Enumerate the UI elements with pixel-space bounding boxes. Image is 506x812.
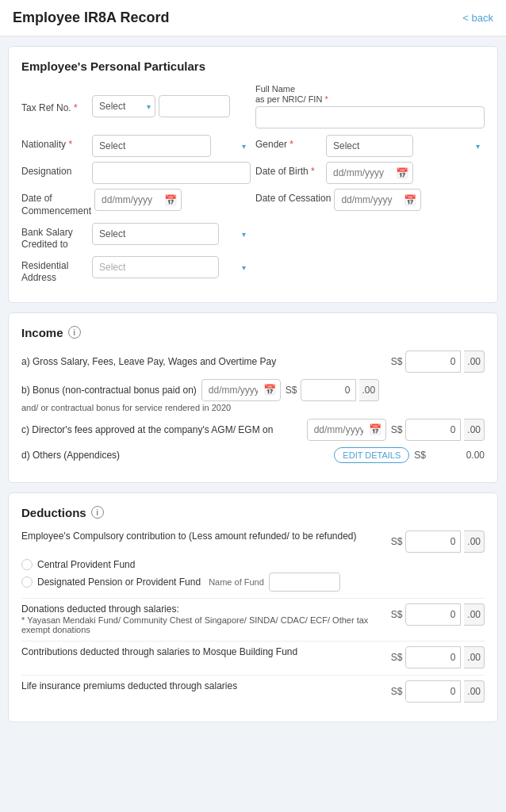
- cessation-date-wrapper: 📅: [334, 189, 421, 211]
- radio-cpf-btn[interactable]: [21, 559, 33, 570]
- bank-salary-select-wrapper: Select ▾: [92, 223, 251, 245]
- income-d-value: 0.00: [429, 450, 485, 461]
- nationality-arrow: ▾: [242, 142, 246, 151]
- deduction-donations-decimal: .00: [464, 603, 485, 626]
- income-a-decimal: .00: [464, 350, 485, 373]
- income-b-decimal: .00: [359, 379, 380, 401]
- full-name-label: Full Nameas per NRIC/ FIN *: [255, 84, 485, 105]
- residential-address-row: ResidentialAddress Select ▾: [21, 256, 485, 285]
- income-card: Income i a) Gross Salary, Fees, Leave Pa…: [8, 312, 498, 483]
- cessation-input[interactable]: [334, 189, 421, 211]
- income-b-label: b) Bonus (non-contractual bonus paid on): [21, 385, 197, 396]
- tax-ref-select-wrapper: Select ▾: [92, 95, 155, 117]
- residential-address-label: ResidentialAddress: [21, 256, 89, 285]
- deduction-donations-amount: S$ .00: [391, 603, 485, 626]
- gender-select-wrapper: Select ▾: [326, 135, 485, 157]
- deductions-info-icon[interactable]: i: [91, 506, 104, 519]
- deduction-compulsory-label: Employee's Compulsory contribution to (L…: [21, 530, 386, 542]
- deduction-donations-label: Donations deducted through salaries: * Y…: [21, 603, 386, 634]
- cessation-label: Date of Cessation: [255, 189, 331, 205]
- income-c-decimal: .00: [464, 419, 485, 441]
- tax-ref-label: Tax Ref No. *: [21, 98, 89, 115]
- commencement-date-wrapper: 📅: [94, 189, 182, 211]
- deduction-insurance-input[interactable]: [405, 680, 461, 703]
- income-d-label: d) Others (Appendices): [21, 450, 329, 461]
- dob-label: Date of Birth *: [255, 162, 323, 178]
- bank-salary-row: Bank SalaryCredited to Select ▾: [21, 223, 485, 251]
- gender-arrow: ▾: [476, 142, 480, 151]
- deduction-mosque-label: Contributions deducted through salaries …: [21, 646, 386, 657]
- deduction-compulsory-decimal: .00: [464, 530, 485, 553]
- income-item-b: b) Bonus (non-contractual bonus paid on)…: [21, 379, 485, 412]
- nationality-gender-row: Nationality * Select ▾ Gender * Select ▾: [21, 135, 485, 157]
- income-item-d: d) Others (Appendices) EDIT DETAILS S$ 0…: [21, 447, 485, 463]
- tax-ref-select[interactable]: Select: [92, 95, 155, 117]
- deduction-donations-row: Donations deducted through salaries: * Y…: [21, 603, 485, 634]
- designation-label: Designation: [21, 162, 89, 178]
- gender-select[interactable]: Select: [326, 135, 413, 157]
- divider-2: [21, 641, 485, 642]
- deductions-title: Deductions i: [21, 506, 485, 519]
- bonus-date-input[interactable]: [201, 379, 281, 401]
- full-name-input[interactable]: [255, 106, 485, 128]
- cpf-radio-group: Central Provident Fund Designated Pensio…: [21, 559, 485, 592]
- deduction-mosque-input[interactable]: [405, 646, 461, 668]
- income-a-label: a) Gross Salary, Fees, Leave Pay, Wages …: [21, 356, 386, 367]
- deduction-compulsory-input[interactable]: [405, 530, 461, 553]
- commencement-input[interactable]: [94, 189, 182, 211]
- bank-salary-arrow: ▾: [242, 229, 246, 238]
- deduction-insurance-row: Life insurance premiums deducted through…: [21, 680, 485, 703]
- income-a-input[interactable]: [405, 350, 461, 373]
- deduction-insurance-decimal: .00: [464, 680, 485, 703]
- residential-arrow: ▾: [242, 262, 246, 271]
- tax-ref-input[interactable]: [159, 95, 230, 117]
- income-d-amount: S$ 0.00: [414, 450, 485, 461]
- deduction-compulsory-amount: S$ .00: [391, 530, 485, 553]
- income-b-input[interactable]: [301, 379, 356, 401]
- residential-select[interactable]: Select: [92, 256, 219, 278]
- deduction-mosque-amount: S$ .00: [391, 646, 485, 668]
- gender-label: Gender *: [255, 135, 323, 151]
- deduction-compulsory: Employee's Compulsory contribution to (L…: [21, 530, 485, 592]
- radio-pension-label: Designated Pension or Provident Fund: [37, 576, 201, 588]
- deduction-mosque-row: Contributions deducted through salaries …: [21, 646, 485, 668]
- dob-input[interactable]: [326, 162, 413, 184]
- deductions-card: Deductions i Employee's Compulsory contr…: [8, 492, 498, 722]
- page-title: Employee IR8A Record: [13, 10, 169, 26]
- residential-select-wrapper: Select ▾: [92, 256, 251, 278]
- bank-salary-label: Bank SalaryCredited to: [21, 223, 89, 251]
- fund-name-label: Name of Fund: [209, 577, 264, 587]
- income-item-a: a) Gross Salary, Fees, Leave Pay, Wages …: [21, 350, 485, 373]
- income-a-amount: S$ .00: [391, 350, 485, 373]
- nationality-select[interactable]: Select: [92, 135, 211, 157]
- deduction-mosque-decimal: .00: [464, 646, 485, 668]
- page-header: Employee IR8A Record < back: [0, 0, 506, 36]
- income-c-input[interactable]: [405, 419, 461, 441]
- back-link[interactable]: < back: [462, 12, 493, 24]
- fund-name-input[interactable]: [269, 573, 340, 592]
- deduction-compulsory-row: Employee's Compulsory contribution to (L…: [21, 530, 485, 553]
- radio-cpf-label: Central Provident Fund: [37, 559, 135, 570]
- income-c-label: c) Director's fees approved at the compa…: [21, 424, 302, 435]
- director-date-wrapper: 📅: [307, 419, 386, 441]
- income-b-amount: S$ .00: [286, 379, 379, 401]
- commencement-label: Date ofCommencement: [21, 189, 91, 217]
- income-info-icon[interactable]: i: [68, 326, 81, 339]
- radio-pension-btn[interactable]: [21, 576, 33, 588]
- radio-pension[interactable]: Designated Pension or Provident Fund Nam…: [21, 573, 485, 592]
- deduction-insurance-amount: S$ .00: [391, 680, 485, 703]
- radio-cpf[interactable]: Central Provident Fund: [21, 559, 485, 570]
- nationality-label: Nationality *: [21, 135, 89, 151]
- dates-row: Date ofCommencement 📅 Date of Cessation …: [21, 189, 485, 217]
- director-date-input[interactable]: [307, 419, 386, 441]
- income-title: Income i: [21, 326, 485, 339]
- income-b-note: and/ or contractual bonus for service re…: [21, 403, 485, 412]
- edit-details-button[interactable]: EDIT DETAILS: [334, 447, 409, 463]
- income-c-amount: S$ .00: [391, 419, 485, 441]
- dob-date-wrapper: 📅: [326, 162, 413, 184]
- full-name-cell: Full Nameas per NRIC/ FIN *: [255, 84, 485, 128]
- bank-salary-select[interactable]: Select: [92, 223, 219, 245]
- deduction-donations-input[interactable]: [405, 603, 461, 626]
- designation-input[interactable]: [92, 162, 251, 184]
- designation-dob-row: Designation Date of Birth * 📅: [21, 162, 485, 184]
